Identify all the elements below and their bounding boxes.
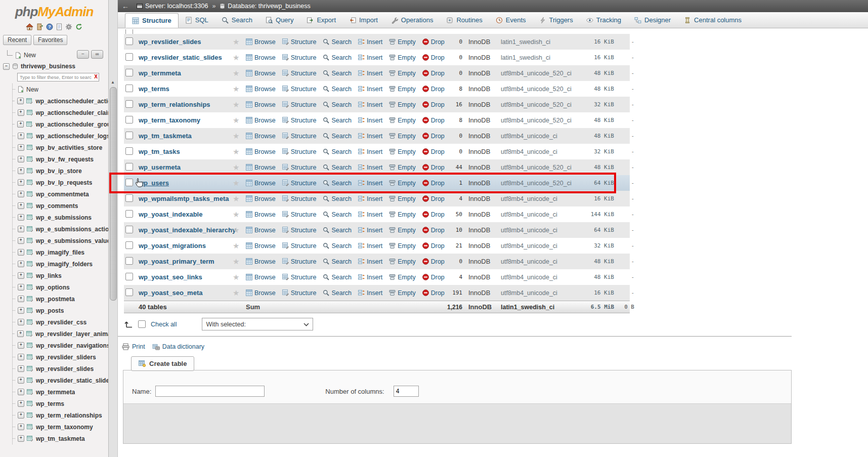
search-link[interactable]: Search [323, 38, 352, 46]
breadcrumb-database[interactable]: Database: thrivewp_business [220, 3, 310, 10]
expand-icon[interactable]: + [18, 354, 24, 360]
collapse-expander[interactable]: − [3, 63, 10, 70]
sidebar-table-item[interactable]: +wp_actionscheduler_logs [13, 130, 108, 142]
sidebar-table-item[interactable]: +wp_imagify_files [13, 246, 108, 258]
sidebar-table-item[interactable]: +wp_term_relationships [13, 409, 108, 421]
table-name-link[interactable]: wp_yoast_indexable_hierarchy [139, 226, 236, 234]
sidebar-table-item[interactable]: +wp_options [13, 281, 108, 293]
expand-icon[interactable]: + [18, 179, 24, 186]
insert-link[interactable]: Insert [358, 70, 382, 77]
structure-link[interactable]: Structure [282, 195, 317, 202]
row-checkbox[interactable] [125, 288, 133, 296]
row-checkbox[interactable] [125, 226, 133, 233]
sidebar-table-item[interactable]: +wp_bv_ip_store [13, 165, 108, 177]
sidebar-table-item[interactable]: +wp_e_submissions_actions [13, 223, 108, 235]
insert-link[interactable]: Insert [358, 211, 382, 218]
structure-link[interactable]: Structure [282, 180, 317, 187]
empty-link[interactable]: Empty [389, 86, 415, 93]
row-checkbox[interactable] [125, 241, 133, 249]
favorite-star-icon[interactable]: ★ [233, 116, 239, 124]
structure-link[interactable]: Structure [282, 164, 317, 171]
structure-link[interactable]: Structure [282, 101, 317, 108]
tab-central-columns[interactable]: Central columns [677, 12, 748, 28]
help-icon[interactable]: ? [46, 23, 53, 30]
sidebar-table-item[interactable]: +wp_bv_activities_store [13, 142, 108, 153]
expand-icon[interactable]: + [18, 249, 24, 256]
row-checkbox[interactable] [125, 163, 133, 171]
favorite-star-icon[interactable]: ★ [233, 288, 239, 297]
table-name-link[interactable]: wp_revslider_slides [139, 38, 201, 46]
empty-link[interactable]: Empty [389, 148, 415, 155]
empty-link[interactable]: Empty [389, 274, 415, 281]
structure-link[interactable]: Structure [282, 289, 317, 297]
empty-link[interactable]: Empty [389, 195, 415, 202]
sidebar-table-item[interactable]: +wp_imagify_folders [13, 258, 108, 270]
table-name-link[interactable]: wp_users [139, 179, 169, 187]
structure-link[interactable]: Structure [282, 86, 317, 93]
sidebar-table-item[interactable]: +wp_revslider_layer_animations [13, 328, 108, 340]
row-checkbox[interactable] [125, 85, 133, 92]
browse-link[interactable]: Browse [246, 38, 276, 46]
scroll-up-icon[interactable]: ▲ [111, 80, 115, 85]
expand-icon[interactable]: + [18, 365, 24, 372]
favorite-star-icon[interactable]: ★ [233, 194, 239, 203]
table-name-link[interactable]: wp_yoast_primary_term [139, 258, 214, 265]
row-checkbox[interactable] [125, 179, 133, 186]
breadcrumb-server[interactable]: Server: localhost:3306 [137, 3, 208, 10]
insert-link[interactable]: Insert [358, 227, 382, 234]
tab-search[interactable]: Search [215, 12, 259, 28]
expand-icon[interactable]: + [18, 191, 24, 197]
tab-tracking[interactable]: Tracking [580, 12, 628, 28]
search-link[interactable]: Search [323, 195, 352, 202]
favorite-star-icon[interactable]: ★ [233, 210, 239, 219]
structure-link[interactable]: Structure [282, 148, 317, 155]
tab-routines[interactable]: Routines [440, 12, 489, 28]
sidebar-table-item[interactable]: +wp_bv_fw_requests [13, 153, 108, 165]
expand-icon[interactable]: + [18, 284, 24, 290]
sidebar-table-item[interactable]: +wp_termmeta [13, 386, 108, 398]
sidebar-table-item[interactable]: +wp_commentmeta [13, 188, 108, 200]
favorite-star-icon[interactable]: ★ [233, 257, 239, 266]
exit-icon[interactable] [36, 23, 43, 30]
browse-link[interactable]: Browse [246, 101, 276, 108]
browse-link[interactable]: Browse [246, 180, 276, 187]
new-table-name-input[interactable] [155, 386, 265, 397]
expand-icon[interactable]: + [18, 307, 24, 314]
search-link[interactable]: Search [323, 117, 352, 124]
table-name-link[interactable]: wp_yoast_indexable [139, 211, 202, 218]
settings-icon[interactable] [65, 23, 72, 30]
favorites-tab[interactable]: Favorites [33, 35, 67, 45]
row-checkbox[interactable] [125, 100, 133, 108]
expand-icon[interactable]: + [18, 389, 24, 395]
tab-events[interactable]: Events [489, 12, 533, 28]
sidebar-item-new[interactable]: New [0, 50, 108, 61]
search-link[interactable]: Search [323, 86, 352, 93]
sidebar-table-item[interactable]: +wp_revslider_navigations [13, 340, 108, 351]
insert-link[interactable]: Insert [358, 133, 382, 140]
browse-link[interactable]: Browse [246, 117, 276, 124]
expand-icon[interactable]: + [18, 377, 24, 384]
vertical-scrollbar[interactable]: ▲ [109, 0, 118, 457]
data-dictionary-link[interactable]: Data dictionary [152, 343, 204, 350]
empty-link[interactable]: Empty [389, 101, 415, 108]
sidebar-table-item[interactable]: +wp_tm_taskmeta [13, 433, 108, 444]
expand-icon[interactable]: + [18, 202, 24, 209]
expand-icon[interactable]: + [17, 121, 24, 128]
browse-link[interactable]: Browse [246, 54, 276, 61]
row-checkbox[interactable] [125, 53, 133, 61]
sidebar-table-item[interactable]: +wp_revslider_sliders [13, 351, 108, 363]
recent-tab[interactable]: Recent [3, 35, 31, 45]
browse-link[interactable]: Browse [246, 133, 276, 140]
insert-link[interactable]: Insert [358, 117, 382, 124]
empty-link[interactable]: Empty [389, 164, 415, 171]
favorite-star-icon[interactable]: ★ [233, 53, 239, 62]
tab-import[interactable]: Import [342, 12, 384, 28]
row-checkbox[interactable] [125, 29, 133, 34]
expand-icon[interactable]: + [18, 226, 24, 232]
favorite-star-icon[interactable]: ★ [233, 100, 239, 109]
expand-icon[interactable]: + [18, 168, 24, 174]
browse-link[interactable]: Browse [246, 258, 276, 265]
refresh-icon[interactable] [75, 23, 82, 30]
expand-icon[interactable]: + [18, 319, 24, 325]
insert-link[interactable]: Insert [358, 258, 382, 265]
